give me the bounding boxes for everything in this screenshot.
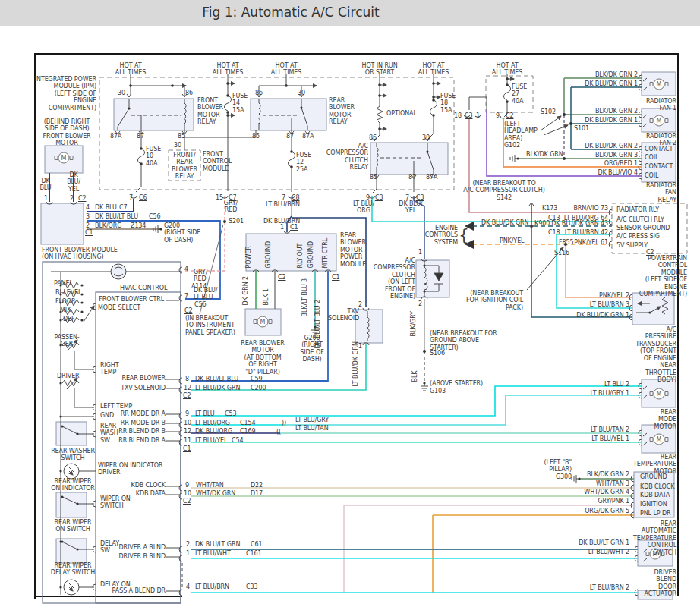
rail-6: HOT AT ALL TIMES (492, 62, 522, 77)
driver-blend-door-actuator: DRIVER BLEND DOOR ACTUATOR (645, 569, 676, 598)
relay2-pin-86: 86 (255, 90, 263, 96)
front-blower-module-name: FRONT BLOWER MODULE (ON HVAC HOUSING) (42, 247, 118, 261)
conn-9-c2: C2 (506, 112, 513, 119)
fbmod-w4: DK BLU (95, 204, 117, 211)
atc-row-3: KDB DATA (640, 492, 670, 498)
hvac-r9: LT BLU (195, 410, 215, 417)
fbmod-w4-c7: C7 (119, 204, 127, 211)
hvac-r11: LT BLU/YEL (195, 437, 227, 444)
rail-1: HOT AT ALL TIMES (115, 62, 146, 77)
ignition-coil-breakout: (NEAR BREAKOUT FOR IGNITION COIL PACK) (466, 290, 523, 311)
relay3-pin-87: 87 (408, 174, 416, 181)
wire-lt-blu-brn-c8: LT BLU/BRN (266, 201, 300, 208)
atc-row-5: PNL LP DR (640, 510, 670, 517)
txv-pin-2: 2 (358, 301, 362, 308)
transducer-wire-2: LT BLU/BRN 3 (590, 301, 629, 308)
rbpm-sig-ground1: GROUND (265, 241, 272, 268)
ground-g200a: G200 (RIGHT SIDE OF DASH) (164, 222, 200, 244)
sig-delay-sw: DELAY SW (100, 540, 119, 555)
wire-blk-lt-blu-3: BLK/LT BLU 3 (301, 278, 308, 317)
wire-gry-red-1: GRY/ RED (224, 200, 238, 214)
sig-kdb-data: KDB DATA (136, 490, 166, 497)
hvac-r11-pin: 11 (184, 437, 191, 444)
pcm-name: POWERTRAIN CONTROL MODULE (LEFT SIDE OF … (639, 255, 687, 298)
splice-s116: S116 (554, 250, 569, 256)
wire-dk-blu-yel: DK BLU/ YEL (67, 171, 80, 193)
pcm-w1-id: K173 (542, 205, 557, 212)
pcm-row-5: 5V SUPPLY (616, 242, 648, 249)
hvac-r2: DK BLU/LT GRN (195, 541, 240, 548)
rear-atc-switch: REAR AUTOMATIC TEMPERATURE CONTROL SWITC… (633, 520, 676, 556)
relay1-pin-86: 86 (185, 90, 193, 96)
engine-controls-system: ENGINE CONTROLS SYSTEM (425, 225, 458, 246)
rtm-wire-1: LT BLU/TAN 2 (591, 426, 629, 433)
front-blower-motor-loc: (BEHIND RIGHT SIDE OF DASH) FRONT BLOWER… (43, 118, 90, 147)
hvac-r8-pin: 8 (185, 376, 189, 382)
pcm-row-4: A/C PRESS SIG (616, 233, 660, 240)
hvac-pin-4: 4 (184, 266, 188, 272)
ground-g200b: G200 (RIGHT SIDE OF DASH) (300, 335, 323, 363)
splice-s102: S102 (541, 108, 556, 115)
rfr-wire-2: BLK/DK GRN 3 (595, 152, 638, 159)
hvac-r1: LT BLU/WHT (195, 550, 231, 557)
wire-lt-blu-gry: LT BLU/GRY (295, 417, 329, 423)
conn-7-c6-pin: 7 (129, 194, 133, 201)
sig-rr-blend-dr-b: RR BLEND DR B (118, 428, 166, 435)
fuse-14: FUSE 14 15A (232, 93, 248, 114)
sig-kdb-clock: KDB CLOCK (131, 482, 166, 489)
fbmod-pin-4: 4 (86, 204, 90, 211)
hvac-r12b: DK BLU/ORG (195, 428, 232, 435)
hvac-r10b-d17: D17 (251, 490, 263, 497)
sig-left-temp: LEFT TEMP (100, 403, 132, 410)
pcm-row-1: RADIATOR RLY (616, 206, 659, 213)
hvac-r9b-pin: 9 (185, 482, 189, 489)
conn-7-c6: C6 (139, 194, 147, 201)
rfr-wire-3: ORG/RED 1 (604, 160, 638, 167)
fuse-18: FUSE 18 15A (440, 93, 456, 114)
sw-def: DEF (63, 316, 75, 322)
diagram-page: Fig 1: Automatic A/C Circuit M (0, 0, 700, 610)
transducer-wire-1: PNK/YEL 2 (599, 292, 629, 299)
sig-pass-a-blend-dr: PASS A BLEND DR (112, 587, 166, 594)
hvac-r9b: WHT/TAN (196, 482, 224, 489)
bottom-wire-1: LT BLU/BRN 2 (590, 584, 629, 591)
rear-wiper-on-switch: REAR WIPER ON SWITCH (55, 519, 92, 533)
hvac-r12a: LT BLU/DK GRN (195, 385, 240, 391)
hvac-conn-c2b: C2 (183, 392, 191, 399)
wire-dk-blu-yel-2: DK BLU/ YEL (399, 200, 422, 215)
wire-blk-dk-grn-g102: BLK/DK GRN (526, 151, 563, 158)
relay2-pin-30: 30 (298, 90, 305, 96)
sig-rear-blower: REAR BLOWER (121, 375, 166, 382)
splice-rr2: (( (276, 429, 281, 435)
conn-18-c3-1: 1 (476, 112, 480, 119)
conn-9-c2-pin: 9 (496, 112, 500, 119)
sig-rr-blend-dr-a: RR BLEND DR A (118, 437, 166, 444)
relay2-pin-85: 85 (252, 133, 260, 140)
rbpm-sig-rlyout: RLY OUT (297, 244, 304, 269)
wire-dk-blu-lt-blu-b: DK BLU/ LT BLU (194, 287, 217, 301)
relay3-box (370, 143, 448, 175)
atc-wire-5: ORG/DK GRN 5 (585, 508, 629, 514)
relay1-name: FRONT BLOWER MOTOR RELAY (197, 97, 223, 126)
relay3-pin-85: 85 (370, 174, 377, 181)
hvac-r9-pin: 9 (185, 410, 189, 417)
rfr-wire-4: DK BLU/VIO 4 (598, 169, 638, 176)
transducer-name: A/C PRESSURE TRANSDUCER (TOP FRONT OF EN… (635, 326, 676, 384)
rfr-wire-1: DK BLU/DK GRN 2 (585, 143, 638, 149)
atc-wire-2: WHT/TAN 3 (596, 480, 629, 487)
relay3-name: A/C COMPRESSOR CLUTCH RELAY (326, 143, 368, 171)
fuse-27: FUSE 27 40A (512, 83, 527, 105)
fbmod-w2: BLK/ORG (95, 222, 121, 229)
fbmod-pin-3: 3 (86, 213, 90, 220)
fan1-wire-1: BLK/DK GRN 2 (595, 71, 638, 78)
hvac-r10-pin: 10 (184, 420, 191, 426)
sig-front-blower-ctrl: FRONT BLOWER CTRL (99, 296, 164, 303)
hvac-r10b: WHT/DK GRN (196, 490, 235, 497)
rail-3: HOT AT ALL TIMES (271, 62, 301, 77)
fcm-pin-30: 30 (174, 142, 181, 149)
pcm-w5: PNK/YEL 61 (574, 239, 608, 246)
fbm-pin-2: 2 (70, 195, 74, 202)
hvac-r10-c154: C154 (240, 420, 255, 426)
pcm-row-3: SENSOR GROUND (616, 225, 670, 231)
wire-gry-red-2: GRY/ RED (194, 269, 207, 283)
